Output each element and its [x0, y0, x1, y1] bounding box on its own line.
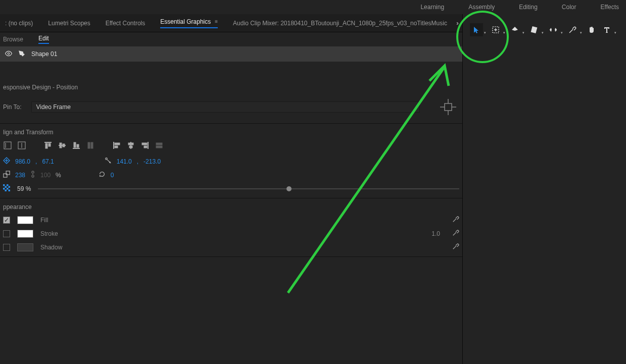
- svg-rect-23: [115, 146, 118, 148]
- tab-essential-graphics[interactable]: Essential Graphics ≡: [160, 18, 218, 28]
- type-tool-icon[interactable]: [600, 23, 613, 36]
- align-left2-icon[interactable]: [112, 141, 121, 150]
- align-header: lign and Transform: [3, 129, 459, 136]
- fill-checkbox[interactable]: ✓: [3, 217, 10, 224]
- scale-unit: %: [56, 172, 61, 179]
- position-y[interactable]: 67.1: [42, 158, 54, 165]
- svg-rect-1: [445, 103, 452, 111]
- opacity-slider[interactable]: [38, 188, 459, 189]
- essential-graphics-panel: : (no clips) Lumetri Scopes Effect Contr…: [0, 14, 462, 364]
- panel-menu-icon[interactable]: ≡: [215, 19, 218, 24]
- workspace-effects[interactable]: Effects: [599, 1, 621, 14]
- pin-to-select[interactable]: Video Frame: [31, 101, 420, 113]
- svg-rect-42: [5, 186, 7, 188]
- workspace-assembly[interactable]: Assembly: [466, 1, 497, 14]
- fill-swatch[interactable]: [17, 216, 33, 224]
- fill-label: Fill: [40, 217, 445, 224]
- link-icon[interactable]: [30, 171, 35, 179]
- rectangle-tool-icon[interactable]: [527, 23, 541, 36]
- anchor-icon[interactable]: [105, 157, 112, 166]
- anchor-x[interactable]: 141.0: [117, 158, 132, 165]
- tab-lumetri[interactable]: Lumetri Scopes: [48, 20, 90, 27]
- stroke-checkbox[interactable]: [3, 230, 10, 237]
- layer-name[interactable]: Shape 01: [31, 50, 57, 58]
- tab-effect-controls[interactable]: Effect Controls: [106, 20, 145, 27]
- opacity-icon[interactable]: [3, 184, 10, 193]
- visibility-icon[interactable]: [5, 50, 12, 59]
- svg-rect-12: [49, 143, 51, 146]
- scale-locked: 100: [40, 172, 51, 179]
- opacity-value[interactable]: 59 %: [17, 185, 31, 192]
- align-middle-icon[interactable]: [58, 141, 67, 150]
- subtab-edit[interactable]: Edit: [38, 35, 49, 44]
- shadow-eyedropper-icon[interactable]: [452, 243, 459, 251]
- responsive-header: esponsive Design - Position: [3, 84, 459, 91]
- workspace-color[interactable]: Color: [560, 1, 579, 14]
- workspace-learning[interactable]: Learning: [418, 1, 446, 14]
- svg-rect-31: [156, 146, 162, 148]
- layer-row[interactable]: Shape 01: [0, 46, 462, 62]
- svg-rect-11: [45, 143, 47, 148]
- position-x[interactable]: 986.0: [15, 158, 30, 165]
- shadow-swatch[interactable]: [17, 243, 33, 251]
- align-icon-row: [3, 141, 459, 150]
- anchor-y[interactable]: -213.0: [143, 158, 161, 165]
- vertical-type-tool-icon[interactable]: [489, 23, 502, 36]
- svg-rect-43: [9, 186, 11, 188]
- subtab-browse[interactable]: Browse: [3, 36, 23, 43]
- align-center-h-icon[interactable]: [17, 141, 26, 150]
- sub-tabs: Browse Edit: [0, 32, 462, 46]
- svg-rect-26: [129, 146, 132, 148]
- pin-widget[interactable]: [437, 96, 459, 118]
- fill-eyedropper-icon[interactable]: [452, 216, 459, 224]
- panel-overflow-icon[interactable]: ››: [456, 20, 457, 27]
- tab-source[interactable]: : (no clips): [5, 20, 33, 27]
- shadow-label: Shadow: [40, 244, 445, 251]
- svg-rect-45: [7, 188, 9, 190]
- stroke-width[interactable]: 1.0: [431, 230, 440, 237]
- crop-tool-icon[interactable]: [547, 23, 560, 36]
- program-monitor-panel: ▾ ▾ ▾ ▾ ▾ ▾ ▾: [462, 14, 626, 364]
- svg-rect-25: [128, 143, 133, 145]
- fill-row: ✓ Fill: [3, 216, 459, 224]
- svg-rect-37: [4, 174, 7, 177]
- align-bottom-icon[interactable]: [72, 141, 81, 150]
- slider-thumb[interactable]: [286, 186, 292, 191]
- svg-rect-28: [142, 143, 147, 145]
- tab-audio-clip-mixer[interactable]: Audio Clip Mixer: 20180410_BToutounji_AC…: [233, 20, 447, 27]
- svg-rect-14: [60, 143, 62, 148]
- shadow-row: Shadow: [3, 243, 459, 251]
- rotation-value[interactable]: 0: [111, 172, 114, 179]
- distribute-v-icon[interactable]: [86, 141, 95, 150]
- pen-tool-icon[interactable]: [508, 23, 521, 36]
- hand-tool-icon[interactable]: [585, 23, 598, 36]
- eyedropper-tool-icon[interactable]: [566, 23, 579, 36]
- tab-label: Essential Graphics: [160, 18, 211, 25]
- position-icon[interactable]: [3, 157, 10, 166]
- shadow-checkbox[interactable]: [3, 244, 10, 251]
- align-right2-icon[interactable]: [140, 141, 150, 150]
- stroke-row: Stroke 1.0: [3, 229, 459, 238]
- svg-rect-17: [74, 142, 76, 147]
- stroke-eyedropper-icon[interactable]: [452, 229, 459, 238]
- svg-rect-40: [3, 184, 5, 186]
- align-center2-icon[interactable]: [126, 141, 135, 150]
- scale-icon[interactable]: [3, 171, 10, 179]
- stroke-swatch[interactable]: [17, 230, 33, 238]
- svg-rect-49: [531, 26, 538, 33]
- svg-rect-6: [4, 142, 11, 149]
- stroke-label: Stroke: [40, 230, 424, 237]
- workspace-editing[interactable]: Editing: [517, 1, 540, 14]
- svg-point-0: [8, 53, 10, 55]
- pen-tool-icon[interactable]: [18, 50, 25, 59]
- panel-tabs: : (no clips) Lumetri Scopes Effect Contr…: [0, 14, 462, 32]
- svg-rect-20: [91, 142, 93, 148]
- rotation-icon[interactable]: [99, 171, 106, 179]
- align-left-icon[interactable]: [3, 141, 12, 150]
- selection-tool-icon[interactable]: [470, 23, 483, 36]
- svg-rect-18: [77, 144, 79, 147]
- distribute-h-icon[interactable]: [155, 141, 164, 150]
- scale-value[interactable]: 238: [15, 172, 25, 179]
- svg-rect-46: [5, 190, 7, 192]
- align-top-icon[interactable]: [43, 141, 53, 150]
